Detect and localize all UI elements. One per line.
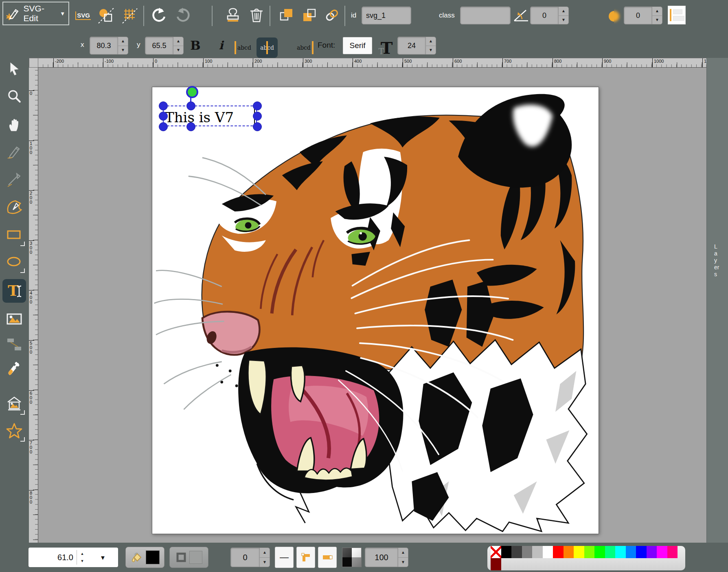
tool-line[interactable] xyxy=(5,171,23,189)
palette-swatch[interactable] xyxy=(615,546,626,558)
move-to-back-button[interactable] xyxy=(300,7,318,24)
palette-swatch[interactable] xyxy=(636,546,647,558)
align-button[interactable] xyxy=(668,6,686,24)
main-menu-button[interactable]: SVG-Edit ▼ xyxy=(2,2,69,25)
bold-icon: B xyxy=(190,38,200,53)
y-down-button[interactable]: ▼ xyxy=(173,46,183,55)
bold-button[interactable]: B xyxy=(185,35,206,55)
blur-up-button[interactable]: ▲ xyxy=(652,7,662,16)
x-up-button[interactable]: ▲ xyxy=(118,37,128,46)
tool-shape-library[interactable] xyxy=(5,395,23,413)
redo-button[interactable] xyxy=(174,7,192,24)
stroke-width-up-button[interactable]: ▲ xyxy=(260,548,270,558)
tool-image[interactable] xyxy=(5,310,23,328)
text-anchor-start-button[interactable]: abcd xyxy=(234,37,255,58)
element-id-input[interactable] xyxy=(362,7,411,24)
tool-zoom[interactable] xyxy=(5,87,23,105)
element-class-input[interactable] xyxy=(460,7,511,24)
palette-swatch[interactable] xyxy=(594,546,605,558)
undo-button[interactable] xyxy=(150,7,168,24)
stroke-dash-button[interactable]: — xyxy=(275,547,294,568)
image-icon xyxy=(6,311,23,328)
selection-handle-n[interactable] xyxy=(186,101,195,110)
blur-input[interactable] xyxy=(624,7,652,24)
selection-handle-s[interactable] xyxy=(186,122,195,131)
tool-star[interactable] xyxy=(5,422,23,440)
anchor-end-label: abcd xyxy=(297,44,311,51)
y-input[interactable] xyxy=(145,37,173,55)
zoom-dropdown-arrow-icon[interactable]: ▼ xyxy=(88,554,118,561)
text-anchor-end-button[interactable]: abcd xyxy=(293,37,314,58)
rotate-grip[interactable] xyxy=(186,86,198,98)
y-up-button[interactable]: ▲ xyxy=(173,37,183,46)
opacity-input[interactable] xyxy=(365,548,398,567)
palette-swatch[interactable] xyxy=(491,558,501,570)
stroke-color-button[interactable] xyxy=(169,547,208,568)
palette-swatch[interactable] xyxy=(667,546,678,558)
tool-ellipse[interactable] xyxy=(5,253,23,271)
stroke-width-input[interactable] xyxy=(230,548,259,567)
palette-swatch[interactable] xyxy=(501,546,512,558)
tool-pan[interactable] xyxy=(5,116,23,134)
document-properties-button[interactable] xyxy=(97,7,115,24)
italic-button[interactable]: i xyxy=(211,35,231,55)
selection-handle-sw[interactable] xyxy=(159,122,168,131)
tiger-artwork[interactable] xyxy=(152,87,599,534)
stroke-linejoin-button[interactable] xyxy=(296,547,315,568)
delete-button[interactable] xyxy=(248,7,265,24)
selection-handle-ne[interactable] xyxy=(253,101,262,110)
zoom-widget[interactable]: 61.0 ▲ ▼ ▼ xyxy=(29,548,118,567)
angle-input[interactable] xyxy=(530,7,558,24)
angle-down-button[interactable]: ▼ xyxy=(559,16,568,24)
selection-handle-e[interactable] xyxy=(253,112,262,121)
tool-eyedropper[interactable] xyxy=(5,360,23,378)
palette-swatch[interactable] xyxy=(543,546,553,558)
zoom-down-button[interactable]: ▼ xyxy=(77,557,88,565)
edit-source-button[interactable]: SVG xyxy=(74,7,92,24)
zoom-up-button[interactable]: ▲ xyxy=(77,550,88,557)
layers-panel-toggle[interactable]: Layers xyxy=(706,58,728,543)
palette-swatch[interactable] xyxy=(657,546,667,558)
text-anchor-middle-button[interactable]: abcd xyxy=(257,37,278,58)
palette-swatch[interactable] xyxy=(574,546,584,558)
blur-down-button[interactable]: ▼ xyxy=(652,16,662,24)
bottom-toolbar: 61.0 ▲ ▼ ▼ ▲▼ — xyxy=(0,543,728,572)
angle-up-button[interactable]: ▲ xyxy=(559,7,568,16)
font-size-input[interactable] xyxy=(397,37,425,55)
palette-swatch[interactable] xyxy=(584,546,595,558)
fill-color-button[interactable] xyxy=(125,547,164,568)
opacity-up-button[interactable]: ▲ xyxy=(398,548,408,558)
tool-text[interactable]: T xyxy=(2,279,26,303)
palette-swatch-none[interactable] xyxy=(491,546,501,558)
palette-swatch[interactable] xyxy=(626,546,636,558)
link-button[interactable] xyxy=(323,7,341,24)
x-input[interactable] xyxy=(90,37,118,55)
stroke-width-down-button[interactable]: ▼ xyxy=(260,558,270,567)
tool-select[interactable] xyxy=(5,60,23,78)
tool-pencil[interactable] xyxy=(5,143,23,161)
palette-swatch[interactable] xyxy=(532,546,543,558)
selection-handle-se[interactable] xyxy=(253,122,262,131)
x-down-button[interactable]: ▼ xyxy=(118,46,128,55)
svg-canvas[interactable] xyxy=(152,87,599,534)
palette-swatch[interactable] xyxy=(564,546,574,558)
palette-swatch[interactable] xyxy=(553,546,564,558)
workspace[interactable]: This is V7 xyxy=(38,68,706,543)
opacity-down-button[interactable]: ▼ xyxy=(398,558,408,567)
palette-swatch[interactable] xyxy=(511,546,522,558)
font-family-button[interactable]: Serif xyxy=(343,37,372,54)
font-size-up-button[interactable]: ▲ xyxy=(426,37,436,46)
tool-rectangle[interactable] xyxy=(5,227,23,244)
selection-handle-w[interactable] xyxy=(159,112,168,121)
palette-swatch[interactable] xyxy=(605,546,616,558)
palette-swatch[interactable] xyxy=(522,546,533,558)
move-to-front-button[interactable] xyxy=(278,7,296,24)
font-size-down-button[interactable]: ▼ xyxy=(426,46,436,55)
selection-handle-nw[interactable] xyxy=(159,101,168,110)
editor-preferences-button[interactable] xyxy=(121,7,138,24)
tool-path[interactable] xyxy=(5,198,23,216)
tool-connector[interactable] xyxy=(5,336,23,354)
stroke-linecap-button[interactable] xyxy=(318,547,337,568)
clone-button[interactable] xyxy=(224,7,242,24)
palette-swatch[interactable] xyxy=(647,546,657,558)
